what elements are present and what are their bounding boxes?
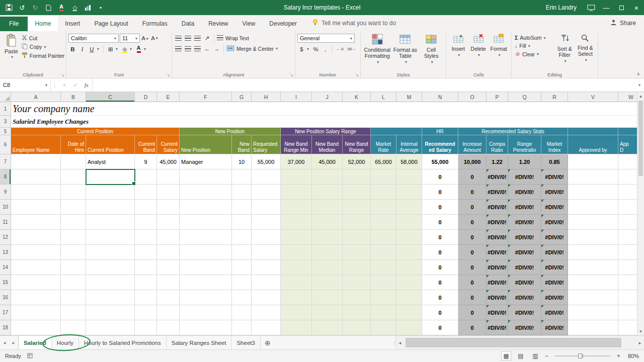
- header-cell-I6[interactable]: New Band Range Min: [281, 135, 312, 154]
- cell-D7[interactable]: 9: [135, 154, 157, 169]
- cell-H13[interactable]: [252, 245, 281, 260]
- cell-I8[interactable]: [281, 169, 312, 185]
- column-header-H[interactable]: H: [252, 92, 281, 102]
- next-sheet-icon[interactable]: ▸: [9, 336, 18, 349]
- merge-center-dropdown-icon[interactable]: ▾: [276, 46, 278, 51]
- font-size-select[interactable]: 11▾: [120, 34, 140, 43]
- cell-F11[interactable]: [180, 215, 232, 230]
- cell-G16[interactable]: [232, 290, 252, 305]
- cell-F18[interactable]: [180, 320, 232, 335]
- new-sheet-button[interactable]: ⊕: [261, 336, 275, 349]
- scroll-down-icon[interactable]: ▼: [637, 327, 644, 335]
- display-settings-icon[interactable]: [584, 0, 599, 15]
- autosum-button[interactable]: Σ AutoSum ▾: [515, 35, 554, 41]
- cell-D12[interactable]: [135, 230, 157, 245]
- number-format-dropdown-icon[interactable]: ▾: [350, 36, 352, 41]
- delete-cells-button[interactable]: Delete ▾: [468, 33, 489, 71]
- column-header-B[interactable]: B: [61, 92, 86, 102]
- column-header-Q[interactable]: Q: [508, 92, 541, 102]
- cell-V9[interactable]: [568, 185, 618, 200]
- accounting-format-dropdown-icon[interactable]: ▾: [307, 47, 309, 51]
- formula-bar-splitter[interactable]: ⋮: [51, 78, 59, 92]
- cell-M14[interactable]: [396, 260, 422, 275]
- cell-L15[interactable]: [371, 275, 396, 290]
- tell-me-box[interactable]: Tell me what you want to do: [312, 19, 396, 31]
- cell-K8[interactable]: [343, 169, 371, 185]
- cell-Q17[interactable]: #DIV/0!: [508, 305, 541, 320]
- cell-R9[interactable]: #DIV/0!: [541, 185, 568, 200]
- clear-dropdown-icon[interactable]: ▾: [537, 52, 539, 56]
- cell-R11[interactable]: #DIV/0!: [541, 215, 568, 230]
- enter-icon[interactable]: ✓: [70, 78, 81, 92]
- cell-E12[interactable]: [157, 230, 180, 245]
- header-cell-Q6[interactable]: Range Penetratio: [508, 135, 541, 154]
- cell-R8[interactable]: #DIV/0!: [541, 169, 568, 185]
- sheet-tab-sheet3[interactable]: Sheet3: [231, 336, 260, 349]
- header-cell-F6[interactable]: New Position: [180, 135, 232, 154]
- cell-H8[interactable]: [252, 169, 281, 185]
- cell-A17[interactable]: [11, 305, 61, 320]
- cell-J17[interactable]: [312, 305, 343, 320]
- ribbon-tab-page-layout[interactable]: Page Layout: [87, 17, 135, 31]
- cell-J12[interactable]: [312, 230, 343, 245]
- cell-F13[interactable]: [180, 245, 232, 260]
- header-cell-J6[interactable]: New Band Median: [312, 135, 343, 154]
- cell-K18[interactable]: [343, 320, 371, 335]
- group-header[interactable]: HR: [422, 128, 458, 135]
- ribbon-tab-view[interactable]: View: [235, 17, 263, 31]
- row-header-5[interactable]: 5: [0, 128, 11, 135]
- cell-O10[interactable]: 0: [458, 200, 487, 215]
- cell-J7[interactable]: 45,000: [312, 154, 343, 169]
- cell-Q11[interactable]: #DIV/0!: [508, 215, 541, 230]
- cell-N13[interactable]: 0: [422, 245, 458, 260]
- cell-Q8[interactable]: #DIV/0!: [508, 169, 541, 185]
- cell-I9[interactable]: [281, 185, 312, 200]
- cell-C18[interactable]: [86, 320, 135, 335]
- cell-O16[interactable]: 0: [458, 290, 487, 305]
- insert-cells-button[interactable]: Insert ▾: [448, 33, 468, 71]
- header-cell-P6[interactable]: Compa Ratio: [487, 135, 508, 154]
- cell-O17[interactable]: 0: [458, 305, 487, 320]
- cell-B16[interactable]: [61, 290, 86, 305]
- header-cell-L6[interactable]: Market Rate: [371, 135, 396, 154]
- zoom-slider[interactable]: [555, 355, 610, 356]
- cell-A1[interactable]: Your company name: [11, 102, 644, 116]
- row-header-10[interactable]: 10: [0, 200, 11, 215]
- autosum-dropdown-icon[interactable]: ▾: [544, 36, 546, 40]
- zoom-level[interactable]: 80%: [625, 353, 639, 359]
- page-break-preview-icon[interactable]: ▥: [530, 351, 540, 360]
- cell-L11[interactable]: [371, 215, 396, 230]
- align-right-icon[interactable]: [193, 44, 202, 53]
- cell-A10[interactable]: [11, 200, 61, 215]
- sort-filter-dropdown-icon[interactable]: ▾: [565, 59, 567, 63]
- cell-N16[interactable]: 0: [422, 290, 458, 305]
- cell-K14[interactable]: [343, 260, 371, 275]
- cell-A9[interactable]: [11, 185, 61, 200]
- cell-B15[interactable]: [61, 275, 86, 290]
- cell-J8[interactable]: [312, 169, 343, 185]
- middle-align-icon[interactable]: [184, 34, 192, 42]
- zoom-in-icon[interactable]: +: [617, 352, 620, 359]
- font-name-dropdown-icon[interactable]: ▾: [114, 36, 116, 41]
- increase-font-size-button[interactable]: A▲: [141, 34, 149, 43]
- cell-D9[interactable]: [135, 185, 157, 200]
- cell-C15[interactable]: [86, 275, 135, 290]
- zoom-out-icon[interactable]: −: [545, 352, 548, 359]
- cell-D13[interactable]: [135, 245, 157, 260]
- cell-F17[interactable]: [180, 305, 232, 320]
- fill-dropdown-icon[interactable]: ▾: [528, 44, 530, 48]
- header-cell-M6[interactable]: Internal Average: [396, 135, 422, 154]
- cell-F10[interactable]: [180, 200, 232, 215]
- cell-P17[interactable]: #DIV/0!: [487, 305, 508, 320]
- group-header[interactable]: Recommended Salary Stats: [458, 128, 568, 135]
- cell-V15[interactable]: [568, 275, 618, 290]
- cell-G15[interactable]: [232, 275, 252, 290]
- save-icon[interactable]: [5, 4, 13, 12]
- cell-A3[interactable]: Salaried Employee Changes: [11, 116, 644, 128]
- cell-J14[interactable]: [312, 260, 343, 275]
- cell-R13[interactable]: #DIV/0!: [541, 245, 568, 260]
- borders-button[interactable]: ⊞: [106, 45, 115, 53]
- fill-color-dropdown-icon[interactable]: ▾: [130, 47, 132, 51]
- cut-button[interactable]: Cut: [22, 35, 64, 41]
- cell-V11[interactable]: [568, 215, 618, 230]
